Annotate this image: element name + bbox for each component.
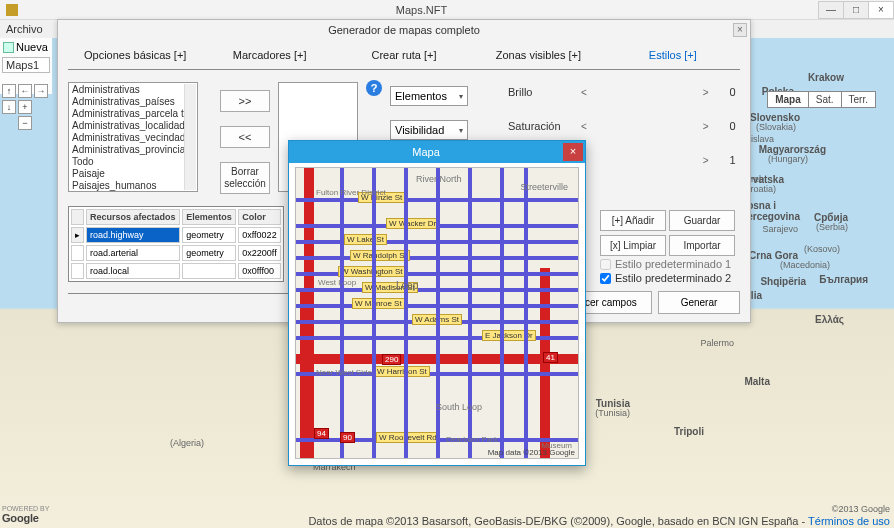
window-titlebar[interactable]: Maps.NFT — □ ×	[0, 0, 894, 20]
features-listbox[interactable]: Administrativas Administrativas_países A…	[68, 82, 198, 192]
add-button[interactable]: [+] Añadir	[600, 210, 666, 231]
move-right-button[interactable]: >>	[220, 90, 270, 112]
dec-button[interactable]: <	[578, 121, 590, 132]
tab-ruta[interactable]: Crear ruta [+]	[337, 49, 471, 61]
scrollbar[interactable]	[184, 84, 196, 190]
brillo-row: Brillo < > 0	[508, 86, 736, 98]
dec-button[interactable]: <	[578, 87, 590, 98]
arrow-up-icon[interactable]: ↑	[2, 84, 16, 98]
arrow-down-icon[interactable]: ↓	[2, 100, 16, 114]
elementos-combo[interactable]: Elementos▾	[390, 86, 468, 106]
city-label: Palermo	[700, 338, 734, 348]
help-icon[interactable]: ?	[366, 80, 382, 96]
map-type-sat[interactable]: Sat.	[809, 92, 842, 107]
preview-attribution: Map data ©2013 Google	[488, 448, 575, 457]
map-preview-close-button[interactable]: ×	[563, 143, 583, 161]
map-preview-titlebar[interactable]: Mapa ×	[289, 141, 585, 163]
tab-zonas[interactable]: Zonas visibles [+]	[471, 49, 605, 61]
city-label: Sarajevo	[762, 224, 798, 234]
style1-checkbox[interactable]: Estilo predeterminado 1	[600, 258, 740, 270]
window-title: Maps.NFT	[24, 4, 819, 16]
zoom-out-icon[interactable]: −	[18, 116, 32, 130]
zoom-in-icon[interactable]: +	[18, 100, 32, 114]
city-label: (Slovakia)	[756, 122, 796, 132]
city-label: (Tunisia)	[595, 408, 630, 418]
tab-maps1[interactable]: Maps1	[2, 57, 50, 73]
city-label: (Kosovo)	[804, 244, 840, 254]
inc-button[interactable]: >	[700, 155, 712, 166]
country-label: Ελλάς	[815, 314, 844, 325]
arrow-left-icon[interactable]: ←	[18, 84, 32, 98]
map-type-map[interactable]: Mapa	[768, 92, 809, 107]
menu-file[interactable]: Archivo	[6, 23, 43, 35]
table-row[interactable]: road.arterial geometry 0x2200ff	[71, 245, 281, 261]
copyright: ©2013 Google	[832, 504, 890, 514]
minimize-button[interactable]: —	[818, 1, 844, 19]
styles-table[interactable]: Recursos afectados Elementos Color ▸ roa…	[68, 206, 284, 282]
dialog-title: Generador de mapas completo	[328, 24, 480, 36]
action-buttons: [+] Añadir Guardar [x] Limpiar Importar	[600, 210, 740, 260]
city-label: (Algeria)	[170, 438, 204, 448]
table-row[interactable]: road.local 0x0fff00	[71, 263, 281, 279]
city-label: (Hungary)	[768, 154, 808, 164]
pan-controls: ↑ ← → ↓ + −	[2, 84, 48, 130]
import-button[interactable]: Importar	[669, 235, 735, 256]
maximize-button[interactable]: □	[843, 1, 869, 19]
city-label: (Macedonia)	[780, 260, 830, 270]
clear-button[interactable]: [x] Limpiar	[600, 235, 666, 256]
generate-button[interactable]: Generar	[658, 291, 740, 314]
google-logo: POWERED BY Google	[2, 505, 49, 525]
visibilidad-combo[interactable]: Visibilidad▾	[390, 120, 468, 140]
move-left-button[interactable]: <<	[220, 126, 270, 148]
country-label: Tripoli	[674, 426, 704, 437]
map-preview-canvas[interactable]: W Kinzie St W Wacker Dr W Lake St W Rand…	[295, 167, 579, 459]
save-button[interactable]: Guardar	[669, 210, 735, 231]
app-icon	[6, 4, 18, 16]
country-label: Malta	[744, 376, 770, 387]
new-button[interactable]: Nueva	[2, 40, 50, 54]
inc-button[interactable]: >	[700, 87, 712, 98]
city-label: (Serbia)	[816, 222, 848, 232]
arrow-right-icon[interactable]: →	[34, 84, 48, 98]
clear-selection-button[interactable]: Borrar selección	[220, 162, 270, 194]
country-label: България	[819, 274, 868, 285]
close-button[interactable]: ×	[868, 1, 894, 19]
map-type-switch[interactable]: Mapa Sat. Terr.	[767, 91, 876, 108]
tab-opciones[interactable]: Opciones básicas [+]	[68, 49, 202, 61]
new-icon	[3, 42, 14, 53]
tab-estilos[interactable]: Estilos [+]	[606, 49, 740, 61]
country-label: Krakow	[808, 72, 844, 83]
country-label: Shqipëria	[760, 276, 806, 287]
inc-button[interactable]: >	[700, 121, 712, 132]
terms-link[interactable]: Términos de uso	[808, 515, 890, 527]
style2-checkbox[interactable]: Estilo predeterminado 2	[600, 272, 740, 284]
dialog-tabs: Opciones básicas [+] Marcadores [+] Crea…	[68, 40, 740, 70]
map-type-terr[interactable]: Terr.	[842, 92, 875, 107]
tab-marcadores[interactable]: Marcadores [+]	[202, 49, 336, 61]
map-preview-dialog: Mapa × W Kinzie St W Wacker Dr W Lake St…	[288, 140, 586, 466]
saturacion-row: Saturación < > 0	[508, 120, 736, 132]
dialog-close-button[interactable]: ×	[733, 23, 747, 37]
table-row[interactable]: ▸ road.highway geometry 0xff0022	[71, 227, 281, 243]
map-attribution: Datos de mapa ©2013 Basarsoft, GeoBasis-…	[308, 515, 890, 527]
